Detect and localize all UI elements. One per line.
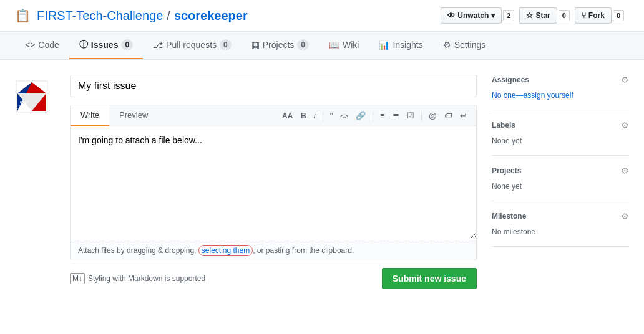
star-button[interactable]: ☆ Star xyxy=(519,7,557,24)
projects-icon: ▦ xyxy=(251,40,260,50)
repo-actions: 👁 Unwatch ▾ 2 ☆ Star 0 ⑂ Fork 0 xyxy=(441,7,629,24)
sidebar-section-assignees: Assignees ⚙ No one—assign yourself xyxy=(492,75,629,110)
star-group: ☆ Star 0 xyxy=(519,7,569,24)
wiki-icon: 📖 xyxy=(329,40,339,50)
toolbar-reply-icon[interactable]: ↩ xyxy=(458,110,469,122)
assign-yourself-link[interactable]: No one—assign yourself xyxy=(492,91,573,100)
watch-count: 2 xyxy=(503,10,514,21)
tab-wiki-label: Wiki xyxy=(343,40,359,50)
pr-icon: ⎇ xyxy=(153,40,163,50)
toolbar-ul-icon[interactable]: ≡ xyxy=(378,110,387,122)
settings-icon: ⚙ xyxy=(443,40,451,50)
tab-issues-label: Issues xyxy=(91,40,119,50)
sidebar-section-milestone: Milestone ⚙ No milestone xyxy=(492,201,629,247)
markdown-hint: M↓ Styling with Markdown is supported xyxy=(70,273,205,284)
milestone-title: Milestone xyxy=(492,212,526,221)
repo-name-link[interactable]: scorekeeper xyxy=(174,9,248,23)
sidebar-section-projects: Projects ⚙ None yet xyxy=(492,156,629,201)
watch-button[interactable]: 👁 Unwatch ▾ xyxy=(441,7,502,24)
fork-count: 0 xyxy=(613,10,624,21)
toolbar-quote-icon[interactable]: " xyxy=(328,110,335,122)
tab-pull-requests[interactable]: ⎇ Pull requests 0 xyxy=(143,32,242,59)
preview-tab[interactable]: Preview xyxy=(109,105,158,126)
issues-icon: ⓘ xyxy=(79,39,88,50)
projects-value: None yet xyxy=(492,182,522,191)
chevron-down-icon: ▾ xyxy=(491,11,495,20)
tab-projects[interactable]: ▦ Projects 0 xyxy=(242,32,319,59)
star-count: 0 xyxy=(559,10,570,21)
editor-tabs: Write Preview xyxy=(71,105,158,126)
toolbar-divider-3 xyxy=(421,111,422,121)
attach-text-before: Attach files by dragging & dropping, xyxy=(78,246,198,255)
submit-button[interactable]: Submit new issue xyxy=(382,268,477,289)
star-icon: ☆ xyxy=(526,11,533,20)
editor-toolbar: Write Preview AA B i " <> 🔗 ≡ ≣ xyxy=(71,105,476,126)
tab-settings[interactable]: ⚙ Settings xyxy=(433,32,496,59)
star-label: Star xyxy=(535,11,550,20)
repo-separator: / xyxy=(167,9,170,23)
editor-container: Write Preview AA B i " <> 🔗 ≡ ≣ xyxy=(70,105,477,260)
issue-title-input[interactable] xyxy=(70,75,477,97)
pr-count: 0 xyxy=(220,39,232,50)
nav-tabs: <> Code ⓘ Issues 0 ⎇ Pull requests 0 ▦ P… xyxy=(0,32,644,60)
fork-label: Fork xyxy=(588,11,605,20)
assignees-title: Assignees xyxy=(492,75,529,84)
svg-text:CHALLENGE: CHALLENGE xyxy=(17,108,32,111)
write-tab[interactable]: Write xyxy=(71,105,109,126)
tab-issues[interactable]: ⓘ Issues 0 xyxy=(69,32,143,59)
toolbar-mention-icon[interactable]: @ xyxy=(427,110,439,122)
main-content: FIRST TECH CHALLENGE Write Preview AA xyxy=(0,60,644,304)
labels-value: None yet xyxy=(492,136,522,145)
ftc-logo: FIRST TECH CHALLENGE xyxy=(15,80,49,113)
tab-projects-label: Projects xyxy=(263,40,295,50)
milestone-header: Milestone ⚙ xyxy=(492,211,629,221)
tab-code[interactable]: <> Code xyxy=(15,32,69,59)
sidebar-section-labels: Labels ⚙ None yet xyxy=(492,110,629,156)
code-icon: <> xyxy=(25,40,35,50)
watch-group: 👁 Unwatch ▾ 2 xyxy=(441,7,514,24)
assignees-gear-icon[interactable]: ⚙ xyxy=(621,75,629,85)
right-sidebar: Assignees ⚙ No one—assign yourself Label… xyxy=(492,75,629,289)
issue-form: Write Preview AA B i " <> 🔗 ≡ ≣ xyxy=(70,75,477,289)
repo-icon: 📋 xyxy=(15,8,31,23)
fork-group: ⑂ Fork 0 xyxy=(575,7,624,24)
attach-link[interactable]: selecting them xyxy=(198,245,253,256)
watch-label: Unwatch xyxy=(457,11,489,20)
fork-icon: ⑂ xyxy=(582,11,586,20)
labels-title: Labels xyxy=(492,121,515,130)
toolbar-divider-1 xyxy=(323,111,323,121)
tab-insights[interactable]: 📊 Insights xyxy=(369,32,432,59)
fork-button[interactable]: ⑂ Fork xyxy=(575,7,612,24)
toolbar-italic-icon[interactable]: i xyxy=(312,110,318,122)
markdown-hint-text: Styling with Markdown is supported xyxy=(88,274,205,283)
tab-code-label: Code xyxy=(38,40,59,50)
svg-text:FIRST: FIRST xyxy=(20,100,29,104)
milestone-value: No milestone xyxy=(492,227,535,236)
milestone-gear-icon[interactable]: ⚙ xyxy=(621,211,629,221)
editor-body: I'm going to attach a file below... | xyxy=(71,126,476,241)
toolbar-tasklist-icon[interactable]: ☑ xyxy=(405,110,416,122)
assignees-header: Assignees ⚙ xyxy=(492,75,629,85)
eye-icon: 👁 xyxy=(447,11,455,20)
attach-text-after: , or pasting from the clipboard. xyxy=(253,246,354,255)
toolbar-link-icon[interactable]: 🔗 xyxy=(354,110,368,122)
projects-gear-icon[interactable]: ⚙ xyxy=(621,166,629,176)
toolbar-icons: AA B i " <> 🔗 ≡ ≣ ☑ @ 🏷 ↩ xyxy=(273,106,476,125)
tab-settings-label: Settings xyxy=(454,40,486,50)
toolbar-reference-icon[interactable]: 🏷 xyxy=(442,110,454,122)
repo-header: 📋 FIRST-Tech-Challenge / scorekeeper 👁 U… xyxy=(0,0,644,32)
repo-title: 📋 FIRST-Tech-Challenge / scorekeeper xyxy=(15,8,248,23)
issues-count: 0 xyxy=(121,39,133,50)
projects-title: Projects xyxy=(492,166,521,175)
issue-body-textarea[interactable]: I'm going to attach a file below... | xyxy=(71,126,476,239)
labels-gear-icon[interactable]: ⚙ xyxy=(621,120,629,130)
projects-count: 0 xyxy=(297,39,309,50)
toolbar-header-icon[interactable]: AA xyxy=(280,110,295,122)
toolbar-divider-2 xyxy=(373,111,373,121)
tab-wiki[interactable]: 📖 Wiki xyxy=(319,32,369,59)
tab-insights-label: Insights xyxy=(393,40,422,50)
repo-owner-link[interactable]: FIRST-Tech-Challenge xyxy=(37,9,163,23)
toolbar-ol-icon[interactable]: ≣ xyxy=(391,110,401,122)
toolbar-code-icon[interactable]: <> xyxy=(338,111,350,121)
toolbar-bold-icon[interactable]: B xyxy=(298,110,308,122)
